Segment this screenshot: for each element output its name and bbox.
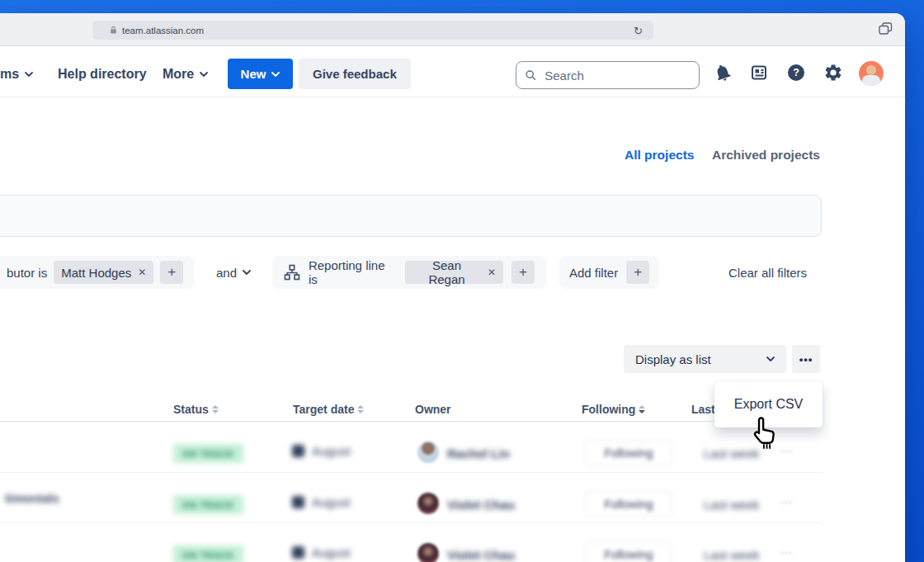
search-box[interactable]: [516, 61, 700, 89]
filter-label-fragment: butor is: [7, 266, 47, 280]
column-label: Target date: [293, 403, 354, 416]
filter-operator-select[interactable]: and: [211, 256, 256, 289]
target-date-cell: August: [292, 495, 351, 509]
add-filter-button[interactable]: +: [626, 261, 649, 284]
tab-archived-projects[interactable]: Archived projects: [712, 148, 820, 163]
desktop-background: team.atlassian.com ↻ ms Help directory M…: [0, 0, 924, 562]
plus-icon: +: [167, 264, 176, 281]
tab-all-projects[interactable]: All projects: [625, 148, 694, 163]
following-button[interactable]: Following: [585, 541, 672, 562]
svg-text:?: ?: [793, 67, 799, 78]
target-date-cell: August: [292, 545, 351, 560]
chevron-down-icon: [200, 72, 208, 77]
newspaper-icon: [750, 64, 768, 82]
nav-item-label: Help directory: [58, 67, 147, 82]
tab-overview-button[interactable]: [879, 22, 893, 37]
column-header-last-updated: Last: [691, 403, 715, 416]
projects-filter-input[interactable]: [0, 195, 822, 237]
chip-label: Matt Hodges: [61, 266, 131, 280]
browser-window: team.atlassian.com ↻ ms Help directory M…: [0, 13, 905, 562]
project-name-fragment: timonials: [5, 491, 59, 505]
filter-chip-matt-hodges[interactable]: Matt Hodges ✕: [54, 261, 153, 284]
following-button[interactable]: Following: [585, 440, 672, 465]
search-input[interactable]: [543, 68, 691, 83]
give-feedback-button[interactable]: Give feedback: [299, 59, 411, 89]
row-overflow-hint: ···: [780, 444, 793, 459]
target-date-cell: August: [292, 444, 351, 458]
avatar-head: [866, 65, 876, 75]
last-updated-cell: Last week: [704, 548, 760, 562]
question-icon: ?: [786, 63, 806, 83]
bell-icon: [710, 60, 735, 85]
overflow-menu-button[interactable]: •••: [792, 345, 820, 373]
chevron-down-icon: [766, 357, 775, 361]
owner-name: Violet Chau: [447, 498, 515, 512]
clear-all-filters-button[interactable]: Clear all filters: [724, 256, 812, 289]
add-contributor-button[interactable]: +: [160, 261, 183, 284]
table-row[interactable]: ON TRACK August Rachel Lin Following Las…: [0, 422, 823, 472]
add-reporting-button[interactable]: +: [512, 261, 535, 284]
nav-item-label: More: [163, 67, 194, 82]
filter-reporting-line[interactable]: Reporting line is Sean Regan ✕ +: [272, 256, 546, 289]
owner-avatar: [417, 543, 439, 562]
calendar-icon: [292, 496, 304, 508]
add-filter-pill[interactable]: Add filter +: [559, 256, 659, 289]
sort-icon: [639, 405, 645, 413]
nav-item-teams-truncated[interactable]: ms: [0, 66, 33, 83]
status-badge: ON TRACK: [173, 545, 243, 562]
nav-item-help-directory[interactable]: Help directory: [58, 66, 147, 83]
new-button[interactable]: New: [228, 59, 293, 89]
give-feedback-label: Give feedback: [313, 67, 397, 81]
sort-icon: [212, 405, 219, 413]
table-row[interactable]: ON TRACK August Violet Chau Following La…: [0, 522, 823, 562]
sort-icon: [357, 405, 364, 413]
filter-contributor[interactable]: butor is Matt Hodges ✕ +: [0, 256, 194, 289]
user-avatar[interactable]: [859, 61, 884, 86]
column-header-target-date[interactable]: Target date: [293, 403, 364, 416]
remove-icon[interactable]: ✕: [138, 267, 146, 278]
owner-avatar: [417, 493, 439, 514]
display-as-list-select[interactable]: Display as list: [624, 345, 786, 373]
search-icon: [525, 68, 536, 82]
nav-item-more[interactable]: More: [163, 66, 208, 83]
following-label: Following: [604, 498, 653, 511]
browser-chrome: team.atlassian.com ↻: [0, 13, 905, 46]
status-badge: ON TRACK: [173, 444, 243, 463]
chevron-down-icon: [243, 270, 251, 275]
filter-label: Reporting line is: [309, 258, 397, 286]
following-label: Following: [604, 446, 653, 460]
help-button[interactable]: ?: [785, 62, 808, 83]
calendar-icon: [292, 546, 304, 559]
org-chart-icon: [284, 264, 300, 281]
column-label: Owner: [415, 403, 451, 416]
avatar-shirt: [862, 75, 880, 86]
target-date-label: August: [312, 495, 351, 509]
following-button[interactable]: Following: [585, 491, 672, 517]
reload-icon: ↻: [634, 25, 643, 37]
address-bar[interactable]: team.atlassian.com ↻: [92, 21, 653, 40]
plus-icon: +: [519, 264, 527, 281]
chevron-down-icon: [271, 72, 280, 77]
add-filter-label: Add filter: [569, 266, 618, 280]
owner-name: Violet Chau: [447, 548, 515, 562]
lock-icon: [110, 26, 117, 35]
nav-item-label: ms: [0, 67, 19, 82]
column-header-status[interactable]: Status: [173, 403, 219, 416]
reload-button[interactable]: ↻: [629, 23, 648, 39]
operator-label: and: [216, 266, 237, 280]
display-as-label: Display as list: [635, 352, 711, 366]
export-csv-menu-item[interactable]: Export CSV: [729, 396, 808, 413]
column-header-following[interactable]: Following: [582, 403, 645, 416]
column-label: Last: [691, 403, 715, 416]
column-label: Status: [173, 403, 209, 416]
app-header: ms Help directory More New Give feedback: [0, 46, 905, 97]
news-button[interactable]: [747, 62, 771, 83]
notifications-button[interactable]: [711, 62, 734, 83]
table-row[interactable]: timonials ON TRACK August Violet Chau Fo…: [0, 472, 823, 522]
calendar-icon: [292, 445, 304, 457]
gear-icon: [823, 63, 843, 83]
settings-button[interactable]: [822, 62, 845, 83]
remove-icon[interactable]: ✕: [488, 267, 496, 278]
filter-chip-sean-regan[interactable]: Sean Regan ✕: [405, 261, 503, 284]
last-updated-cell: Last week: [704, 498, 760, 512]
